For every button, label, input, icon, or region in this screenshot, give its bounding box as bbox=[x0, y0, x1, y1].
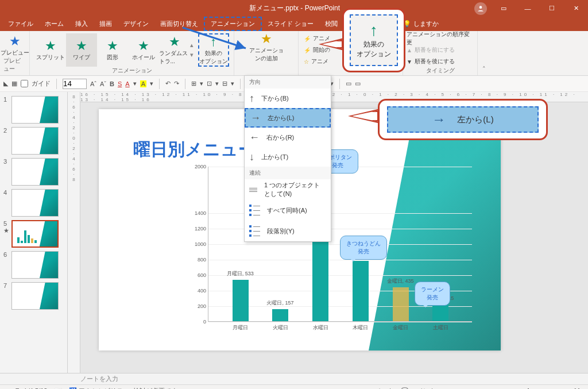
preview-label: プレビュー bbox=[1, 49, 29, 57]
thumb-5[interactable]: 5★ bbox=[0, 218, 67, 249]
tab-review[interactable]: 校閲 bbox=[319, 17, 343, 31]
dd-from-bottom[interactable]: ↑下から(B) bbox=[245, 88, 331, 108]
svg-point-0 bbox=[479, 6, 482, 9]
bold-icon[interactable]: B bbox=[110, 80, 114, 87]
timing-group-label: タイミング bbox=[426, 67, 455, 75]
qat-angle-icon[interactable]: ◣ bbox=[3, 80, 8, 87]
anim-wipe[interactable]: ★ワイプ bbox=[66, 33, 97, 67]
arrange-icon[interactable]: ⊡ bbox=[207, 80, 212, 87]
notes-placeholder: ノートを入力 bbox=[80, 375, 118, 383]
anim-wheel[interactable]: ★ホイール bbox=[128, 33, 159, 67]
font-size-input[interactable] bbox=[63, 79, 87, 89]
reorder-label: アニメーションの順序変更 bbox=[407, 33, 474, 44]
minimize-icon[interactable]: — bbox=[516, 0, 540, 17]
highlight-icon[interactable]: A bbox=[140, 80, 146, 87]
arrow-up-icon: ↑ bbox=[370, 21, 378, 40]
anim-pane-button[interactable]: ⚡アニメ bbox=[304, 33, 330, 44]
slide-title[interactable]: 曜日別メニュー bbox=[133, 138, 256, 161]
accessibility-status[interactable]: ♿ アクセシビリティ: 検討が必要です bbox=[65, 387, 180, 389]
dd-from-left[interactable]: →左から(L) bbox=[245, 108, 331, 128]
align-icon[interactable]: ⊞ bbox=[191, 80, 196, 87]
tab-insert[interactable]: 挿入 bbox=[69, 17, 94, 31]
tab-file[interactable]: ファイル bbox=[2, 17, 39, 31]
arrow-down-icon: ↓ bbox=[249, 151, 254, 163]
search-placeholder: しますか bbox=[413, 20, 439, 28]
maximize-icon[interactable]: ☐ bbox=[540, 0, 564, 17]
arrow-left-icon: ← bbox=[249, 132, 260, 144]
tell-me-search[interactable]: 💡 しますか bbox=[403, 17, 439, 31]
notes-pane[interactable]: ノートを入力 bbox=[0, 373, 588, 384]
slide-counter[interactable]: スライド 5/12 bbox=[5, 387, 51, 389]
effect-options-dropdown: 方向 ↑下から(B) →左から(L) ←右から(R) ↓上から(T) 連続 1 … bbox=[244, 75, 331, 242]
close-icon[interactable]: ✕ bbox=[564, 0, 588, 17]
title-bar: 新メニュー.pptx - PowerPoint ▭ — ☐ ✕ bbox=[0, 0, 588, 17]
tab-slideshow[interactable]: スライド ショー bbox=[262, 17, 319, 31]
rotate-right-icon[interactable]: ↷ bbox=[174, 80, 179, 87]
thumb-6[interactable]: 6 bbox=[0, 249, 67, 280]
tutorial-arrow bbox=[171, 24, 263, 59]
ribbon-display-icon[interactable]: ▭ bbox=[492, 0, 516, 17]
dd-as-one[interactable]: 1 つのオブジェクトとして(N) bbox=[245, 179, 331, 200]
animation-group-label: アニメーション bbox=[112, 67, 152, 75]
ribbon-tabs: ファイル ホーム 挿入 描画 デザイン 画面切り替え アニメーション スライド … bbox=[0, 17, 588, 31]
dd-by-paragraph[interactable]: 段落別(Y) bbox=[245, 221, 331, 241]
decrease-font-icon[interactable]: Aˇ bbox=[100, 80, 106, 87]
dd-header-direction: 方向 bbox=[245, 76, 331, 88]
move-later-button[interactable]: ▼ 順番を後にする bbox=[407, 56, 474, 67]
group-icon[interactable]: ⊟ bbox=[222, 80, 227, 87]
dd-header-sequence: 連続 bbox=[245, 167, 331, 179]
ribbon: ★プレビュー プレビュー ★スプリット ★ワイプ ★図形 ★ホイール ★ランダム… bbox=[0, 31, 588, 76]
underline-icon[interactable]: S bbox=[118, 80, 122, 87]
font-color-icon[interactable]: A bbox=[125, 80, 129, 87]
tab-home[interactable]: ホーム bbox=[39, 17, 69, 31]
tab-design[interactable]: デザイン bbox=[118, 17, 154, 31]
slide-thumbnails: 1 2 3 4 5★ 6 7 bbox=[0, 92, 68, 373]
notes-button[interactable]: ≐ ノート bbox=[365, 387, 397, 389]
send-back-icon[interactable]: ▭ bbox=[355, 80, 361, 87]
arrow-right-icon: → bbox=[250, 112, 261, 124]
bring-front-icon[interactable]: ▭ bbox=[346, 80, 351, 87]
thumb-7[interactable]: 7 bbox=[0, 280, 67, 311]
guide-checkbox[interactable] bbox=[21, 80, 28, 87]
tip-effect-options: ↑効果の オプション bbox=[342, 8, 405, 72]
user-avatar[interactable] bbox=[474, 2, 487, 15]
preview-group-label: プレビュー bbox=[3, 57, 26, 73]
callout-kitsune[interactable]: きつねうどん 発売 bbox=[340, 236, 387, 260]
window-title: 新メニュー.pptx - PowerPoint bbox=[115, 3, 474, 13]
dd-all-at-once[interactable]: すべて同時(A) bbox=[245, 200, 331, 221]
anim-split[interactable]: ★スプリット bbox=[35, 33, 66, 67]
dd-from-right[interactable]: ←右から(R) bbox=[245, 128, 331, 147]
collapse-ribbon-icon[interactable]: ˄ bbox=[478, 31, 490, 75]
move-earlier-button[interactable]: ▲ 順番を前にする bbox=[407, 45, 474, 55]
trigger-button[interactable]: ⚡開始の bbox=[304, 45, 330, 55]
tip-from-left: →左から(L) bbox=[378, 99, 548, 140]
anim-painter-button[interactable]: ☆アニメ bbox=[304, 56, 330, 67]
vertical-ruler: 8·6·4·2·0·2·4·6·8 bbox=[68, 92, 80, 373]
preview-button[interactable]: ★プレビュー bbox=[0, 33, 30, 57]
thumb-1[interactable]: 1 bbox=[0, 94, 67, 125]
guide-label: ガイド bbox=[32, 79, 51, 88]
thumb-4[interactable]: 4 bbox=[0, 187, 67, 218]
svg-line-1 bbox=[183, 28, 246, 48]
dd-from-top[interactable]: ↓上から(T) bbox=[245, 147, 331, 167]
thumb-2[interactable]: 2 bbox=[0, 125, 67, 156]
arrow-right-icon: → bbox=[432, 111, 446, 128]
arrow-up-icon: ↑ bbox=[249, 93, 254, 105]
callout-ramen[interactable]: ラーメン 発売 bbox=[415, 282, 450, 306]
rotate-left-icon[interactable]: ↶ bbox=[165, 80, 171, 87]
qat-grid-icon[interactable]: ▦ bbox=[11, 80, 17, 87]
status-bar: スライド 5/12 🇯🇵 ♿ アクセシビリティ: 検討が必要です ≐ ノート 💬… bbox=[0, 384, 588, 389]
thumb-3[interactable]: 3 bbox=[0, 156, 67, 187]
increase-font-icon[interactable]: Aˆ bbox=[90, 80, 96, 87]
tab-draw[interactable]: 描画 bbox=[94, 17, 118, 31]
comments-button[interactable]: 💬 コメント bbox=[397, 387, 439, 389]
anim-shape[interactable]: ★図形 bbox=[97, 33, 128, 67]
